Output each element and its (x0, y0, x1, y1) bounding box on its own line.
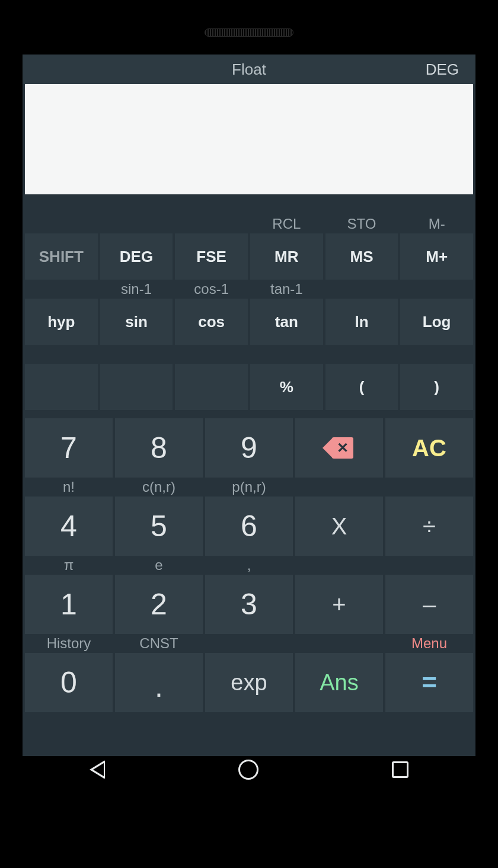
minus-button[interactable]: – (385, 575, 473, 634)
equals-button[interactable]: = (385, 653, 473, 712)
blank-button-3[interactable] (175, 364, 248, 410)
sup-factorial: n! (25, 478, 113, 497)
digit-3-button[interactable]: 3 (205, 575, 293, 634)
digit-8-button[interactable]: 8 (115, 418, 203, 478)
nav-home-icon[interactable] (238, 760, 258, 780)
percent-button[interactable]: % (250, 364, 323, 410)
device-frame: Float DEG RCL STO M- SHIFT DEG FSE MR MS… (5, 6, 493, 856)
sup-comma: , (205, 556, 293, 575)
digit-7-button[interactable]: 7 (25, 418, 113, 478)
digit-0-button[interactable]: 0 (25, 653, 113, 712)
backspace-button[interactable]: ✕ (295, 418, 383, 478)
decimal-button[interactable]: . (115, 653, 203, 712)
blank-button-2[interactable] (100, 364, 173, 410)
plus-button[interactable]: + (295, 575, 383, 634)
nav-recent-icon[interactable] (392, 761, 408, 778)
backspace-icon: ✕ (325, 437, 353, 459)
divide-button[interactable]: ÷ (385, 497, 473, 556)
sup-cnst: CNST (115, 634, 203, 653)
lparen-button[interactable]: ( (325, 364, 398, 410)
digit-5-button[interactable]: 5 (115, 497, 203, 556)
ans-button[interactable]: Ans (295, 653, 383, 712)
ac-button[interactable]: AC (385, 418, 473, 478)
digit-9-button[interactable]: 9 (205, 418, 293, 478)
sup-acos: cos-1 (175, 280, 248, 299)
hyp-button[interactable]: hyp (25, 299, 98, 345)
rparen-button[interactable]: ) (400, 364, 473, 410)
angle-indicator[interactable]: DEG (426, 60, 459, 79)
status-bar: Float DEG (23, 55, 475, 84)
mr-button[interactable]: MR (250, 233, 323, 280)
digit-6-button[interactable]: 6 (205, 497, 293, 556)
blank-button-1[interactable] (25, 364, 98, 410)
shift-button[interactable]: SHIFT (25, 233, 98, 280)
keypad: RCL STO M- SHIFT DEG FSE MR MS M+ sin-1 … (23, 214, 475, 756)
sup-e: e (115, 556, 203, 575)
android-navbar (23, 748, 475, 791)
log-button[interactable]: Log (400, 299, 473, 345)
digit-2-button[interactable]: 2 (115, 575, 203, 634)
sup-combination: c(n,r) (115, 478, 203, 497)
ln-button[interactable]: ln (325, 299, 398, 345)
nav-back-icon[interactable] (90, 760, 105, 779)
digit-1-button[interactable]: 1 (25, 575, 113, 634)
ms-button[interactable]: MS (325, 233, 398, 280)
mode-indicator[interactable]: Float (232, 60, 266, 79)
sup-menu: Menu (385, 634, 473, 653)
sup-atan: tan-1 (250, 280, 323, 299)
sup-mminus: M- (400, 214, 473, 233)
fse-button[interactable]: FSE (175, 233, 248, 280)
sup-permutation: p(n,r) (205, 478, 293, 497)
tan-button[interactable]: tan (250, 299, 323, 345)
calc-display (25, 84, 473, 194)
sup-asin: sin-1 (100, 280, 173, 299)
cos-button[interactable]: cos (175, 299, 248, 345)
digit-4-button[interactable]: 4 (25, 497, 113, 556)
sup-pi: π (25, 556, 113, 575)
sup-history: History (25, 634, 113, 653)
exp-button[interactable]: exp (205, 653, 293, 712)
sup-sto: STO (325, 214, 398, 233)
sup-rcl: RCL (250, 214, 323, 233)
app-screen: Float DEG RCL STO M- SHIFT DEG FSE MR MS… (23, 55, 475, 756)
multiply-button[interactable]: X (295, 497, 383, 556)
mplus-button[interactable]: M+ (400, 233, 473, 280)
sin-button[interactable]: sin (100, 299, 173, 345)
speaker-grill (205, 28, 293, 37)
deg-button[interactable]: DEG (100, 233, 173, 280)
